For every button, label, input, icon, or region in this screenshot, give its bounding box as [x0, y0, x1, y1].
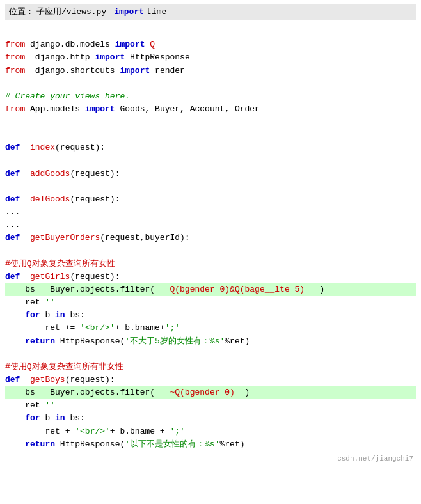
code-block: from django.db.models import Q from djan… — [5, 24, 416, 452]
location-import-kw: import — [114, 6, 144, 19]
location-path: 子应用/views.py — [36, 6, 106, 19]
code-line-chinese-comment2: #使用Q对象复杂查询所有非女性 — [5, 361, 416, 374]
blank-line-3 — [5, 116, 416, 129]
code-container: 位置： 子应用/views.py import time from django… — [0, 0, 421, 468]
location-bar: 位置： 子应用/views.py import time — [5, 4, 416, 20]
code-line-def-addGoods: def addGoods(request): — [5, 168, 416, 180]
blank-line-8 — [5, 348, 416, 361]
code-line-def-getBuyerOrders: def getBuyerOrders(request,buyerId): — [5, 232, 416, 244]
code-line-bs-filter2: bs = Buyer.objects.filter( ~Q(bgender=0)… — [5, 386, 416, 399]
code-line-chinese-comment1: #使用Q对象复杂查询所有女性 — [5, 258, 416, 271]
blank-line-7 — [5, 245, 416, 258]
code-line-ret-concat2: ret +='<br/>'+ b.bname + ';' — [5, 425, 416, 438]
blank-line-1 — [5, 26, 416, 38]
code-line-comment: # Create your views here. — [5, 90, 416, 103]
code-line-from-django-shortcuts: from django.shortcuts import render — [5, 65, 416, 77]
code-line-return-http1: return HttpResponse('不大于5岁的女性有：%s'%ret) — [5, 335, 416, 348]
location-label: 位置： — [9, 6, 34, 19]
code-line-from-app-models: from App.models import Goods, Buyer, Acc… — [5, 103, 416, 116]
code-line-from-django-http: from django.http import HttpResponse — [5, 51, 416, 64]
code-line-return-http2: return HttpResponse('以下不是女性的有：%s'%ret) — [5, 438, 416, 451]
blank-line-4 — [5, 129, 416, 141]
code-line-from-django-db: from django.db.models import Q — [5, 38, 416, 51]
blank-line-5 — [5, 155, 416, 168]
code-line-def-getGirls: def getGirls(request): — [5, 271, 416, 283]
code-line-for-bs1: for b in bs: — [5, 309, 416, 322]
location-module: time — [147, 6, 166, 19]
code-line-ret-empty2: ret='' — [5, 399, 416, 412]
blank-line-2 — [5, 77, 416, 90]
code-line-ellipsis2: ... — [5, 219, 416, 232]
code-line-ret-empty1: ret='' — [5, 296, 416, 309]
blank-line-6 — [5, 180, 416, 193]
watermark: csdn.net/jiangchi7 — [5, 452, 416, 464]
code-line-ret-concat1: ret += '<br/>'+ b.bname+';' — [5, 322, 416, 335]
code-line-bs-filter1: bs = Buyer.objects.filter( Q(bgender=0)&… — [5, 283, 416, 296]
code-line-ellipsis1: ... — [5, 206, 416, 219]
code-line-def-delGoods: def delGoods(request): — [5, 193, 416, 206]
code-line-for-bs2: for b in bs: — [5, 412, 416, 425]
code-line-def-index: def index(request): — [5, 141, 416, 154]
code-line-def-getBoys: def getBoys(request): — [5, 374, 416, 386]
